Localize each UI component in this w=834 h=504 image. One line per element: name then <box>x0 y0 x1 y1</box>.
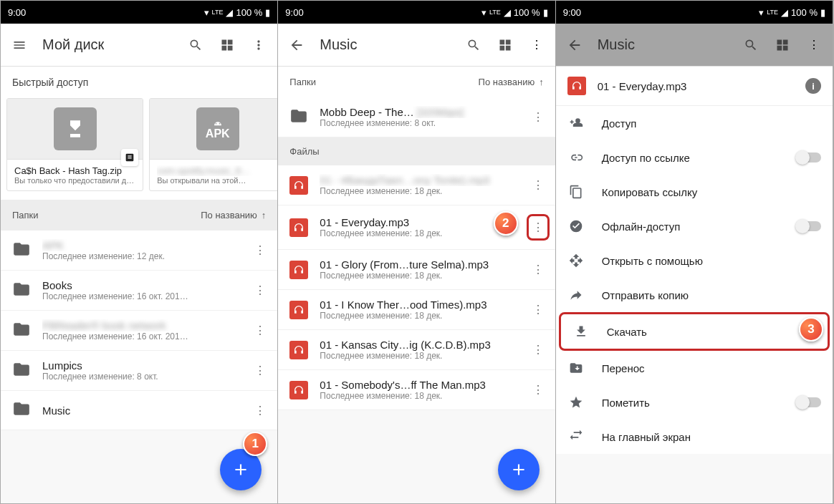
back-icon[interactable] <box>288 37 305 54</box>
more-icon[interactable]: ⋮ <box>249 284 272 297</box>
file-sub: Последнее изменение: 18 дек. <box>320 228 514 238</box>
more-icon[interactable]: ⋮ <box>249 404 272 417</box>
sort-button[interactable]: По названию ↑ <box>201 210 266 220</box>
menu-open-with[interactable]: Открыть с помощью <box>556 243 833 278</box>
folder-icon <box>12 360 31 382</box>
folder-sub: Последнее изменение: 8 окт. <box>42 372 237 382</box>
menu-offline[interactable]: Офлайн-доступ <box>556 209 833 243</box>
folders-label: Папки <box>289 77 316 87</box>
menu-copy-link[interactable]: Копировать ссылку <box>556 175 833 209</box>
folder-icon <box>12 399 31 421</box>
back-icon[interactable] <box>566 37 583 54</box>
hamburger-icon[interactable] <box>11 37 28 54</box>
file-sub: Последнее изменение: 18 дек. <box>320 186 514 196</box>
status-right: ▾ LTE ◢ 100 % ▮ <box>204 7 271 18</box>
file-item-everyday[interactable]: 01 - Everyday.mp3 Последнее изменение: 1… <box>278 205 555 250</box>
menu-move[interactable]: Перенос <box>556 351 833 385</box>
file-sub: Последнее изменение: 18 дек. <box>320 391 514 401</box>
bottom-sheet-list: Доступ Доступ по ссылке Копировать ссылк… <box>556 106 833 454</box>
menu-download-highlighted[interactable]: Скачать 3 <box>559 312 830 351</box>
send-icon <box>567 288 585 302</box>
menu-label: На главный экран <box>602 431 691 443</box>
view-grid-icon[interactable] <box>774 37 791 54</box>
folder-title: FBReader® book network <box>42 319 237 331</box>
more-icon[interactable]: ⋮ <box>249 364 272 377</box>
toggle-switch[interactable] <box>797 221 821 231</box>
audio-icon <box>289 381 308 399</box>
file-item[interactable]: 01 - Somebody's…ff The Man.mp3 Последнее… <box>278 370 555 410</box>
file-item[interactable]: 01 - Glory (From…ture Selma).mp3 Последн… <box>278 250 555 290</box>
status-right: ▾ LTE ◢ 100 % ▮ <box>481 7 548 18</box>
view-grid-icon[interactable] <box>219 37 236 54</box>
add-home-icon <box>567 430 585 444</box>
file-title: 01 - Glory (From…ture Selma).mp3 <box>320 258 514 271</box>
quick-card-1[interactable]: Ca$h Back - Hash Tag.zip Вы только что п… <box>6 98 143 191</box>
menu-star[interactable]: Пометить <box>556 385 833 420</box>
folder-item[interactable]: Lumpics Последнее изменение: 8 окт. ⋮ <box>1 351 277 391</box>
more-icon[interactable]: ⋮ <box>527 303 550 316</box>
more-icon[interactable]: ⋮ <box>805 37 823 54</box>
menu-send-copy[interactable]: Отправить копию <box>556 278 833 312</box>
audio-icon <box>567 77 586 95</box>
page-title: Music <box>598 37 728 53</box>
folder-item[interactable]: FBReader® book network Последнее изменен… <box>1 311 277 351</box>
folder-item[interactable]: Mobb Deep - The… [320kbps] Последнее изм… <box>278 97 555 137</box>
more-icon[interactable]: ⋮ <box>527 383 550 397</box>
file-item[interactable]: 01 - I Know Ther…ood Times).mp3 Последне… <box>278 290 555 330</box>
folder-title: Books <box>42 279 237 291</box>
statusbar: 9:00 ▾ LTE ◢ 100 % ▮ <box>1 1 277 24</box>
more-icon-highlighted[interactable]: ⋮ <box>527 214 550 241</box>
search-icon[interactable] <box>465 37 482 54</box>
menu-share-link[interactable]: Доступ по ссылке <box>556 140 833 175</box>
apk-icon: APK <box>196 107 239 150</box>
status-time: 9:00 <box>8 7 26 18</box>
page-title: Music <box>320 37 450 53</box>
signal-icon: ◢ <box>226 7 233 18</box>
more-icon[interactable]: ⋮ <box>527 110 550 124</box>
move-icon <box>567 361 585 375</box>
menu-label: Офлайн-доступ <box>602 220 681 233</box>
menu-add-home[interactable]: На главный экран <box>556 420 833 454</box>
more-icon[interactable] <box>250 37 267 54</box>
search-icon[interactable] <box>742 37 759 54</box>
wifi-icon: ▾ <box>204 7 209 18</box>
more-icon[interactable]: ⋮ <box>249 243 272 257</box>
lte-label: LTE <box>212 9 224 16</box>
more-icon[interactable]: ⋮ <box>527 263 550 276</box>
view-grid-icon[interactable] <box>497 37 514 54</box>
folders-header: Папки По названию ↑ <box>278 67 555 97</box>
bottom-sheet-header: 01 - Everyday.mp3 i <box>556 67 833 106</box>
folder-item[interactable]: APK Последнее изменение: 12 дек. ⋮ <box>1 231 277 271</box>
folder-icon <box>12 320 31 341</box>
file-title: 01 - Kansas City…ig (K.C.D.B).mp3 <box>320 339 514 351</box>
lte-label: LTE <box>489 9 501 16</box>
file-item[interactable]: 01 - Kansas City…ig (K.C.D.B).mp3 Послед… <box>278 330 555 370</box>
open-with-icon <box>567 253 585 268</box>
battery-icon: ▮ <box>543 7 548 18</box>
menu-share[interactable]: Доступ <box>556 106 833 140</box>
file-sub: Последнее изменение: 18 дек. <box>320 311 514 321</box>
file-item[interactable]: 01 - #БандаТаял…ony Tonite).mp3 Последне… <box>278 165 555 205</box>
more-icon[interactable]: ⋮ <box>249 324 272 337</box>
folder-item[interactable]: Books Последнее изменение: 16 окт. 201… … <box>1 271 277 311</box>
file-sub: Последнее изменение: 18 дек. <box>320 351 514 361</box>
info-icon[interactable]: i <box>805 78 821 94</box>
toggle-switch[interactable] <box>797 397 821 407</box>
quick-card-2[interactable]: APK com.spotify.music_8… Вы открывали на… <box>149 98 278 191</box>
audio-icon <box>289 261 308 279</box>
sort-button[interactable]: По названию ↑ <box>479 77 544 87</box>
toggle-switch[interactable] <box>797 152 821 163</box>
page-title: Мой диск <box>42 37 173 53</box>
folder-sub: Последнее изменение: 12 дек. <box>42 251 237 261</box>
folder-sub: Последнее изменение: 16 окт. 201… <box>42 291 237 301</box>
download-icon <box>572 324 590 339</box>
folder-sub: Последнее изменение: 8 окт. <box>320 118 514 128</box>
folder-item[interactable]: Music ⋮ <box>1 391 277 430</box>
more-icon[interactable]: ⋮ <box>527 343 550 357</box>
fab-add-button[interactable] <box>498 449 540 490</box>
menu-label: Скачать <box>607 326 647 338</box>
sort-label: По названию <box>479 77 535 87</box>
more-icon[interactable]: ⋮ <box>528 37 545 54</box>
more-icon[interactable]: ⋮ <box>527 178 550 192</box>
search-icon[interactable] <box>187 37 204 54</box>
